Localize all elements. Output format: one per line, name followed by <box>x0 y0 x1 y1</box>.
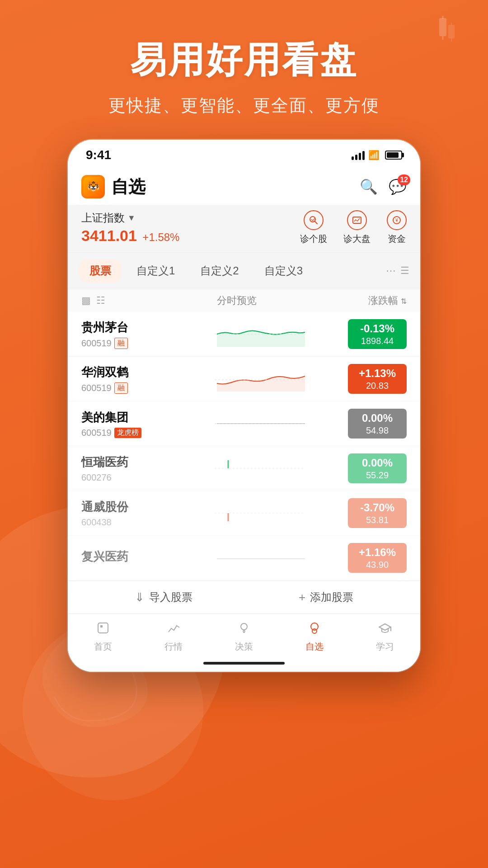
stock-pct-3: 0.00% <box>362 457 393 469</box>
battery-icon <box>385 151 402 160</box>
stock-chart-4 <box>172 500 348 527</box>
add-icon: + <box>299 590 305 604</box>
stock-name-3: 恒瑞医药 <box>81 454 172 470</box>
add-stocks-btn[interactable]: + 添加股票 <box>299 590 353 604</box>
action-zijin[interactable]: ¥ 资金 <box>387 210 407 245</box>
add-label: 添加股票 <box>310 590 353 604</box>
tab-stocks[interactable]: 股票 <box>79 259 122 283</box>
stock-code-1: 600519 融 <box>81 382 172 394</box>
home-indicator <box>203 662 285 665</box>
tab-custom1[interactable]: 自定义1 <box>126 259 186 283</box>
zhendapan-label: 诊大盘 <box>343 233 371 245</box>
main-title: 易用好用看盘 <box>0 36 488 85</box>
message-button[interactable]: 💬 12 <box>389 178 407 195</box>
zijin-label: 资金 <box>388 233 406 245</box>
stock-change-btn-4: -3.70% 53.81 <box>348 498 407 528</box>
stock-code-4: 600438 <box>81 517 172 528</box>
stock-price-1: 20.83 <box>366 381 389 391</box>
stock-item-3[interactable]: 恒瑞医药 600276 0.00% 55.29 <box>68 446 420 491</box>
stock-tag-rong-0: 融 <box>114 338 128 349</box>
stock-item-0[interactable]: 贵州茅台 600519 融 -0.13% 1898.44 <box>68 312 420 357</box>
nav-learn[interactable]: 学习 <box>350 621 420 653</box>
zhengu-label: 诊个股 <box>300 233 327 245</box>
nav-market-label: 行情 <box>164 641 183 653</box>
stock-price-2: 54.98 <box>366 425 389 436</box>
header-left: 🐯 自选 <box>81 175 145 198</box>
grid-view-icon[interactable]: ☷ <box>96 295 105 307</box>
app-logo: 🐯 <box>81 175 105 198</box>
app-header: 🐯 自选 🔍 💬 12 <box>68 167 420 205</box>
change-label: 涨跌幅 ⇅ <box>368 294 407 307</box>
index-name-row[interactable]: 上证指数 ▼ <box>81 211 179 225</box>
stock-item-2[interactable]: 美的集团 600519 龙虎榜 0.00% 54.98 <box>68 401 420 446</box>
stock-chart-0 <box>172 321 348 348</box>
star-icon <box>308 621 321 638</box>
index-info: 上证指数 ▼ 3411.01 +1.58% <box>81 211 179 245</box>
svg-line-7 <box>314 221 317 224</box>
stock-info-2: 美的集团 600519 龙虎榜 <box>81 410 172 438</box>
search-icon[interactable]: 🔍 <box>360 178 378 195</box>
zijin-icon: ¥ <box>387 210 407 230</box>
stock-name-5: 复兴医药 <box>81 549 172 565</box>
stock-change-btn-3: 0.00% 55.29 <box>348 453 407 483</box>
stock-chart-3 <box>172 455 348 482</box>
stock-name-0: 贵州茅台 <box>81 320 172 335</box>
stock-name-4: 通威股份 <box>81 499 172 515</box>
stock-info-1: 华润双鹤 600519 融 <box>81 364 172 394</box>
stock-name-1: 华润双鹤 <box>81 364 172 380</box>
stock-chart-2 <box>172 410 348 437</box>
home-icon <box>96 621 110 638</box>
stock-info-0: 贵州茅台 600519 融 <box>81 320 172 349</box>
index-change: +1.58% <box>142 231 179 243</box>
stock-item-5[interactable]: 复兴医药 +1.16% 43.90 <box>68 536 420 580</box>
stock-price-5: 43.90 <box>366 560 389 570</box>
tab-custom3[interactable]: 自定义3 <box>253 259 314 283</box>
nav-market[interactable]: 行情 <box>138 621 209 653</box>
action-zhendapan[interactable]: 诊大盘 <box>343 210 371 245</box>
tab-custom2[interactable]: 自定义2 <box>189 259 249 283</box>
stock-price-4: 53.81 <box>366 515 389 525</box>
import-label: 导入股票 <box>149 590 192 604</box>
index-value: 3411.01 <box>81 227 137 244</box>
stock-info-5: 复兴医药 <box>81 549 172 567</box>
stock-chart-5 <box>172 544 348 571</box>
status-icons: 📶 <box>352 150 402 160</box>
message-badge: 12 <box>398 175 410 185</box>
index-bar: 上证指数 ▼ 3411.01 +1.58% <box>68 205 420 253</box>
tab-more[interactable]: ⋯ ☰ <box>386 265 409 277</box>
nav-home[interactable]: 首页 <box>68 621 138 653</box>
nav-decision[interactable]: 决策 <box>209 621 279 653</box>
stock-item-4[interactable]: 通威股份 600438 -3.70% 53.81 <box>68 491 420 536</box>
stock-item-1[interactable]: 华润双鹤 600519 融 +1.13% 20.83 <box>68 357 420 401</box>
nav-learn-label: 学习 <box>376 641 394 653</box>
zhengu-icon <box>304 210 324 230</box>
wifi-icon: 📶 <box>368 150 380 160</box>
nav-decision-label: 决策 <box>235 641 253 653</box>
stock-info-3: 恒瑞医药 600276 <box>81 454 172 483</box>
stock-pct-4: -3.70% <box>360 501 394 514</box>
svg-text:¥: ¥ <box>395 218 398 223</box>
list-header-view-icons: ▩ ☷ <box>81 295 105 307</box>
nav-home-label: 首页 <box>94 641 112 653</box>
import-icon: ⇓ <box>135 590 145 604</box>
bulb-icon <box>237 621 251 638</box>
home-bar <box>68 657 420 672</box>
action-zhengu[interactable]: 诊个股 <box>300 210 327 245</box>
stock-code-2: 600519 龙虎榜 <box>81 428 172 438</box>
sub-title: 更快捷、更智能、更全面、更方便 <box>0 94 488 117</box>
tabs-row: 股票 自定义1 自定义2 自定义3 ⋯ ☰ <box>68 253 420 289</box>
zhendapan-icon <box>347 210 367 230</box>
preview-label: 分时预览 <box>105 294 368 307</box>
cap-icon <box>378 621 392 638</box>
stock-name-2: 美的集团 <box>81 410 172 425</box>
stock-change-btn-0: -0.13% 1898.44 <box>348 319 407 349</box>
import-stocks-btn[interactable]: ⇓ 导入股票 <box>135 590 192 604</box>
list-view-icon[interactable]: ▩ <box>81 295 91 307</box>
stock-pct-2: 0.00% <box>362 412 393 425</box>
stock-pct-1: +1.13% <box>359 367 396 380</box>
bottom-nav: 首页 行情 决策 <box>68 613 420 657</box>
logo-inner: 🐯 <box>83 177 103 197</box>
svg-rect-19 <box>100 625 103 627</box>
stock-change-btn-1: +1.13% 20.83 <box>348 364 407 394</box>
nav-watchlist[interactable]: 自选 <box>279 621 350 653</box>
